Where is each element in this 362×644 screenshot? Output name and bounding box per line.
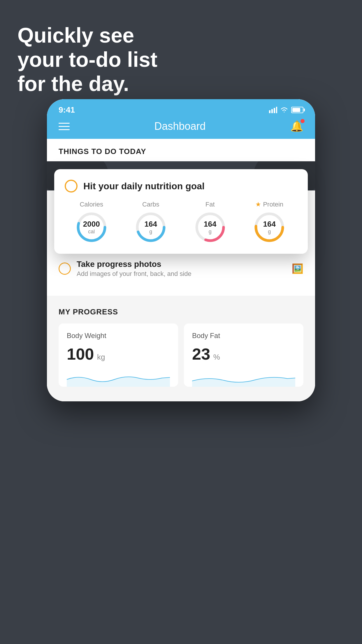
svg-rect-1: [271, 109, 273, 113]
body-fat-unit: %: [213, 353, 220, 361]
header-title: Dashboard: [154, 120, 205, 132]
person-photo-icon: 🖼️: [292, 263, 303, 274]
battery-icon: [291, 107, 303, 113]
nutrition-item-fat: Fat 164 g: [194, 201, 226, 243]
body-fat-label: Body Fat: [192, 332, 295, 340]
nutrition-row: Calories 2000 cal Carbs: [65, 201, 296, 243]
star-icon: ★: [255, 201, 261, 208]
body-weight-chart: [67, 369, 170, 387]
status-bar: 9:41: [47, 99, 315, 117]
body-fat-card[interactable]: Body Fat 23 %: [184, 323, 303, 387]
protein-star-label: ★ Protein: [255, 201, 283, 208]
progress-heading: MY PROGRESS: [59, 307, 303, 316]
bottom-spacer: [47, 387, 315, 401]
carbs-circle: 164 g: [135, 211, 167, 243]
calories-label: Calories: [80, 201, 103, 208]
body-fat-value-row: 23 %: [192, 344, 295, 363]
status-icons: [269, 107, 303, 113]
nutrition-circle-indicator: [65, 180, 78, 192]
body-weight-value-row: 100 kg: [67, 344, 170, 363]
todo-subtitle-progress-photos: Add images of your front, back, and side: [77, 270, 286, 278]
wifi-icon: [280, 107, 288, 113]
todo-circle-progress-photos: [59, 262, 71, 275]
svg-rect-0: [269, 110, 270, 113]
app-header: Dashboard 🔔: [47, 117, 315, 139]
hero-line2: your to-do list: [17, 48, 157, 72]
spacer: [47, 284, 315, 296]
calories-value: 2000: [83, 220, 100, 229]
hamburger-menu-icon[interactable]: [59, 123, 70, 130]
card-title-row: Hit your daily nutrition goal: [65, 180, 296, 192]
body-fat-chart: [192, 369, 295, 387]
fat-value: 164: [204, 220, 216, 229]
fat-label: Fat: [205, 201, 215, 208]
fat-unit: g: [209, 229, 212, 235]
calories-circle: 2000 cal: [75, 211, 108, 243]
hero-text: Quickly see your to-do list for the day.: [17, 23, 157, 96]
body-weight-card[interactable]: Body Weight 100 kg: [59, 323, 178, 387]
body-fat-value: 23: [192, 345, 210, 363]
protein-unit: g: [268, 229, 271, 235]
fat-circle: 164 g: [194, 211, 226, 243]
todo-title-progress-photos: Take progress photos: [77, 260, 286, 269]
protein-value: 164: [263, 220, 276, 229]
body-weight-label: Body Weight: [67, 332, 170, 340]
body-weight-value: 100: [67, 345, 94, 363]
carbs-label: Carbs: [142, 201, 159, 208]
protein-label: Protein: [263, 201, 283, 208]
nutrition-card-title: Hit your daily nutrition goal: [83, 181, 205, 192]
nutrition-item-carbs: Carbs 164 g: [135, 201, 167, 243]
body-weight-unit: kg: [97, 353, 105, 361]
progress-section: MY PROGRESS Body Weight 100 kg: [47, 296, 315, 387]
status-time: 9:41: [59, 105, 75, 115]
svg-rect-2: [274, 108, 275, 113]
things-today-heading: THINGS TO DO TODAY: [59, 147, 303, 156]
svg-rect-3: [276, 107, 277, 113]
notification-dot: [301, 119, 305, 123]
todo-text-progress-photos: Take progress photos Add images of your …: [77, 260, 286, 278]
nutrition-item-calories: Calories 2000 cal: [75, 201, 108, 243]
carbs-unit: g: [149, 229, 152, 235]
notification-bell-button[interactable]: 🔔: [290, 120, 303, 132]
nutrition-card: Hit your daily nutrition goal Calories 2…: [54, 169, 308, 254]
nutrition-item-protein: ★ Protein 164 g: [253, 201, 285, 243]
todo-item-progress-photos[interactable]: Take progress photos Add images of your …: [59, 253, 303, 284]
carbs-value: 164: [145, 220, 157, 229]
signal-icon: [269, 107, 277, 113]
section-header: THINGS TO DO TODAY: [47, 139, 315, 161]
calories-unit: cal: [88, 229, 95, 235]
hero-line3: for the day.: [17, 72, 157, 96]
protein-circle: 164 g: [253, 211, 285, 243]
progress-cards: Body Weight 100 kg Bod: [59, 323, 303, 387]
hero-line1: Quickly see: [17, 23, 157, 48]
